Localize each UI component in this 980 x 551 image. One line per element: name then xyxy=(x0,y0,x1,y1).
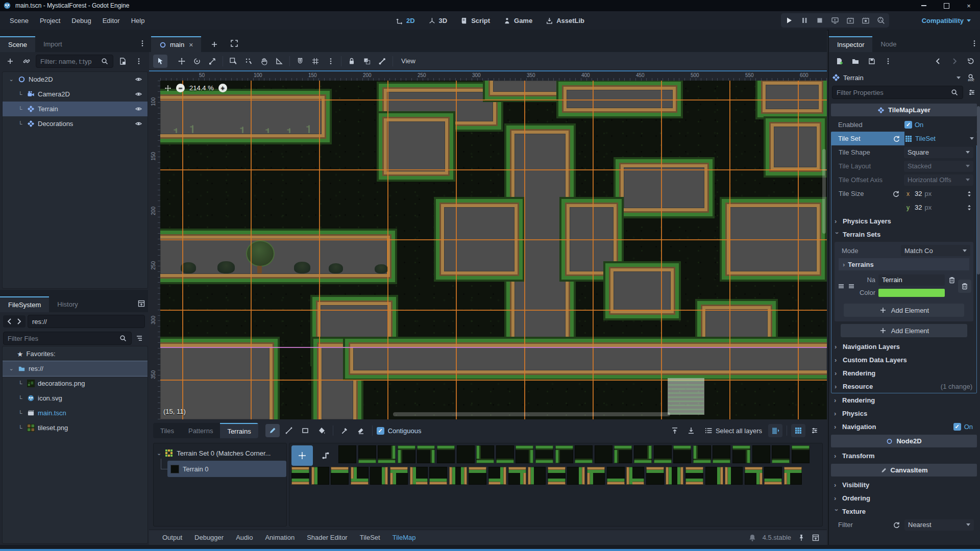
forward-icon[interactable] xyxy=(14,317,23,325)
file-decorations-png[interactable]: └decorations.png xyxy=(3,376,148,391)
select-tool-button[interactable] xyxy=(153,55,167,68)
tileset-link[interactable]: TileSet xyxy=(915,135,967,142)
terrain-tile[interactable] xyxy=(693,445,711,463)
tab-node[interactable]: Node xyxy=(872,36,904,52)
notifications-icon[interactable] xyxy=(748,534,756,542)
file-res-[interactable]: ⌄res:// xyxy=(3,361,148,376)
terrain-tile[interactable] xyxy=(673,445,691,463)
scale-tool-button[interactable] xyxy=(205,55,219,68)
connect-mode-button[interactable] xyxy=(291,445,313,466)
edit-history-icon[interactable] xyxy=(964,55,978,68)
enabled-checkbox[interactable]: ✓ xyxy=(904,121,912,129)
bottom-panel-debugger[interactable]: Debugger xyxy=(188,534,230,541)
path-mode-button[interactable] xyxy=(315,445,336,466)
open-docs-icon[interactable]: DOC xyxy=(964,71,978,84)
inspector-filter-input[interactable]: Filter Properties xyxy=(832,86,963,99)
play-scene-button[interactable] xyxy=(846,16,854,24)
back-icon[interactable] xyxy=(5,317,14,325)
scene-node-camera2d[interactable]: └Camera2D xyxy=(3,87,148,102)
visibility-eye-icon[interactable] xyxy=(135,105,142,113)
terrains-subheader[interactable]: ›Terrains xyxy=(839,258,969,270)
terrain-tile[interactable] xyxy=(429,467,447,485)
new-tab-button[interactable] xyxy=(201,36,228,52)
bucket-tool-button[interactable] xyxy=(314,424,329,437)
picker-tool-button[interactable] xyxy=(337,424,352,437)
tab-patterns[interactable]: Patterns xyxy=(181,423,220,438)
save-resource-button[interactable] xyxy=(865,55,879,68)
terrain-tile[interactable] xyxy=(488,467,506,485)
tab-import[interactable]: Import xyxy=(35,36,70,52)
terrain-tile[interactable] xyxy=(338,445,356,463)
history-back-icon[interactable] xyxy=(931,55,945,68)
terrain-tile[interactable] xyxy=(732,445,750,463)
expand-panel-icon[interactable] xyxy=(812,534,820,542)
load-resource-button[interactable] xyxy=(848,55,863,68)
tab-terrains[interactable]: Terrains xyxy=(220,423,258,438)
play-button[interactable] xyxy=(785,16,793,24)
contiguous-checkbox[interactable]: ✓ Contiguous xyxy=(377,427,422,435)
terrain-tile[interactable] xyxy=(457,445,475,463)
highlight-layer-button[interactable] xyxy=(768,424,782,437)
terrain-tile[interactable] xyxy=(449,467,467,485)
fold-navigation-layers[interactable]: ›Navigation Layers xyxy=(831,340,976,353)
zoom-out-button[interactable]: − xyxy=(176,84,185,92)
resource-menu-icon[interactable] xyxy=(881,55,895,68)
fold-texture[interactable]: ›Texture xyxy=(831,505,977,518)
terrain-color-picker[interactable] xyxy=(878,289,945,297)
terrain-tile[interactable] xyxy=(626,467,644,485)
grid-snap-button[interactable] xyxy=(308,55,323,68)
history-forward-icon[interactable] xyxy=(947,55,962,68)
revert-icon[interactable] xyxy=(892,521,900,529)
add-element-button[interactable]: Add Element xyxy=(844,304,964,317)
fold-physics[interactable]: ›Physics xyxy=(831,407,977,420)
fold-terrain-sets[interactable]: ›Terrain Sets xyxy=(831,228,976,241)
bottom-panel-tileset[interactable]: TileSet xyxy=(354,534,386,541)
stepper-icon[interactable] xyxy=(965,190,973,198)
terrain-set-row[interactable]: ⌄ Terrain Set 0 (Matches Corner... xyxy=(154,445,286,461)
terrain-tile[interactable] xyxy=(398,445,415,463)
tile-shape-dropdown[interactable]: Square xyxy=(904,147,973,158)
rotate-tool-button[interactable] xyxy=(190,55,204,68)
tilemap-canvas[interactable]: −214.4 %+(15, 11) xyxy=(160,81,827,419)
workspace-assetlib[interactable]: AssetLib xyxy=(546,17,584,24)
filter-dropdown[interactable]: Nearest xyxy=(904,519,974,531)
instance-scene-button[interactable] xyxy=(19,55,34,68)
fs-sort-button[interactable] xyxy=(134,332,145,345)
fold-ordering[interactable]: ›Ordering xyxy=(831,491,977,505)
chevron-down-icon[interactable] xyxy=(970,137,974,140)
terrain-row-selected[interactable]: Terrain 0 xyxy=(167,461,286,477)
chevron-down-icon[interactable] xyxy=(957,77,961,79)
fold-transform[interactable]: ›Transform xyxy=(831,449,977,462)
dock-menu-icon[interactable] xyxy=(136,35,149,52)
fold-resource[interactable]: ›Resource (1 change) xyxy=(831,380,976,393)
tab-tiles[interactable]: Tiles xyxy=(153,423,181,438)
workspace-game[interactable]: Game xyxy=(503,17,532,24)
movie-maker-button[interactable] xyxy=(877,16,885,24)
terrain-tile[interactable] xyxy=(331,467,349,485)
terrain-tile[interactable] xyxy=(476,445,494,463)
terrain-tile[interactable] xyxy=(595,445,612,463)
workspace-3d[interactable]: 3D xyxy=(428,17,448,24)
tile-offset-axis-dropdown[interactable]: Horizontal Offs xyxy=(904,174,973,186)
minimize-button[interactable] xyxy=(913,0,935,11)
revert-icon[interactable] xyxy=(892,190,900,198)
tile-size-x-value[interactable]: 32 xyxy=(915,190,922,197)
canvas-vscrollbar[interactable] xyxy=(822,149,826,234)
canvas-hscrollbar[interactable] xyxy=(393,412,670,416)
menu-help[interactable]: Help xyxy=(126,17,151,24)
fold-navigation[interactable]: ›Navigation ✓ On xyxy=(831,420,977,433)
terrain-tile[interactable] xyxy=(535,445,553,463)
move-tool-button[interactable] xyxy=(175,55,189,68)
mode-dropdown[interactable]: Match Co xyxy=(901,245,970,256)
inspector-menu-icon[interactable] xyxy=(968,35,980,52)
visibility-eye-icon[interactable] xyxy=(135,120,142,128)
fold-custom-data-layers[interactable]: ›Custom Data Layers xyxy=(831,353,976,366)
delete-terrain-button[interactable] xyxy=(958,280,971,293)
inspector-scrollbar[interactable] xyxy=(977,106,980,274)
tab-scene[interactable]: Scene xyxy=(0,36,35,52)
terrain-tile[interactable] xyxy=(607,467,625,485)
add-terrain-set-button[interactable]: Add Element xyxy=(841,324,967,337)
workspace-2d[interactable]: 2D xyxy=(396,17,415,24)
terrain-tile[interactable] xyxy=(370,467,388,485)
scene-node-decorations[interactable]: └Decorations xyxy=(3,116,148,131)
